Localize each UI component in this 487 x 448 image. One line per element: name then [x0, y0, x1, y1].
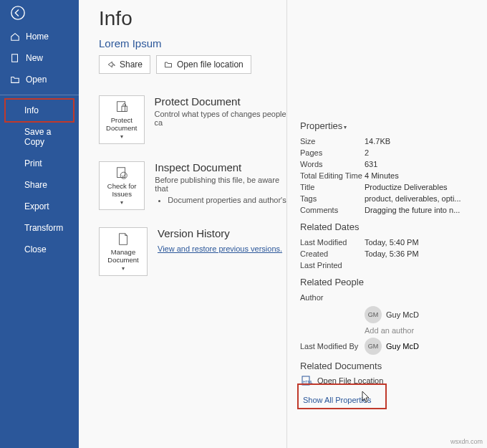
- home-icon: [10, 32, 20, 42]
- show-all-properties-link[interactable]: Show All Properties: [300, 394, 374, 406]
- watermark: wsxdn.com: [450, 438, 483, 445]
- author-key: Author: [300, 293, 365, 302]
- manage-document-tile[interactable]: Manage Document: [99, 227, 148, 276]
- protect-row: Protect Document Protect Document Contro…: [99, 95, 286, 144]
- prop-value[interactable]: Productize Deliverables: [365, 183, 466, 191]
- prop-value[interactable]: Dragging the future into n...: [365, 206, 466, 214]
- related-documents-heading: Related Documents: [300, 361, 466, 371]
- version-row: Manage Document Version History View and…: [99, 227, 286, 276]
- main-area: Info Lorem Ipsum Share Open file locatio…: [79, 0, 487, 448]
- prop-key: Tags: [300, 194, 365, 203]
- property-row: Size14.7KB: [300, 135, 466, 147]
- sidebar-item-label: Export: [24, 201, 49, 211]
- author-person[interactable]: GM Guy McD: [365, 306, 466, 323]
- date-value: Today, 5:36 PM: [365, 249, 466, 258]
- sidebar-item-transform[interactable]: Transform: [0, 217, 79, 239]
- inspect-caption: Check for Issues: [101, 183, 143, 198]
- sidebar-item-new[interactable]: New: [0, 47, 79, 69]
- avatar: GM: [365, 338, 382, 355]
- sidebar-item-save-copy[interactable]: Save a Copy: [0, 121, 79, 153]
- check-issues-tile[interactable]: Check for Issues: [99, 161, 145, 210]
- date-key: Last Modified: [300, 238, 365, 247]
- inspect-icon: [114, 166, 130, 181]
- prop-key: Comments: [300, 206, 365, 214]
- date-key: Created: [300, 249, 365, 258]
- prop-value[interactable]: 14.7KB: [365, 137, 466, 146]
- inspect-text: Inspect Document Before publishing this …: [155, 161, 286, 204]
- last-modified-by-row: Last Modified By GM Guy McD: [300, 338, 466, 355]
- html-file-icon: HTML: [302, 376, 313, 386]
- new-doc-icon: [10, 53, 20, 63]
- prop-value[interactable]: 631: [365, 160, 466, 168]
- sidebar-item-label: Print: [24, 158, 42, 168]
- prop-value[interactable]: product, deliverables, opti...: [365, 194, 466, 203]
- property-row: Words631: [300, 158, 466, 170]
- back-arrow-icon: [10, 5, 26, 21]
- related-dates-heading: Related Dates: [300, 221, 466, 232]
- page-title: Info: [99, 7, 286, 30]
- date-row: Last Printed: [300, 259, 466, 271]
- sidebar-item-print[interactable]: Print: [0, 153, 79, 174]
- svg-point-0: [11, 6, 24, 19]
- sidebar-item-home[interactable]: Home: [0, 26, 79, 47]
- folder-icon: [164, 60, 173, 69]
- inspect-title: Inspect Document: [155, 161, 286, 173]
- document-icon: [115, 232, 131, 247]
- sidebar-item-share[interactable]: Share: [0, 174, 79, 196]
- property-row: CommentsDragging the future into n...: [300, 204, 466, 216]
- inspect-desc: Before publishing this file, be aware th…: [155, 176, 286, 193]
- property-row: Total Editing Time4 Minutes: [300, 170, 466, 181]
- prop-key: Title: [300, 183, 365, 191]
- author-name: Guy McD: [386, 310, 419, 319]
- share-button[interactable]: Share: [99, 55, 150, 74]
- sidebar-divider: [0, 95, 79, 95]
- svg-rect-1: [12, 54, 18, 62]
- prop-value[interactable]: 2: [365, 148, 466, 157]
- sidebar-item-label: Share: [24, 180, 47, 190]
- date-row: Last ModifiedToday, 5:40 PM: [300, 237, 466, 248]
- version-title: Version History: [158, 227, 282, 239]
- sidebar-item-info[interactable]: Info: [0, 100, 79, 121]
- avatar: GM: [365, 306, 382, 323]
- property-row: Pages2: [300, 147, 466, 158]
- share-icon: [107, 60, 115, 69]
- date-row: CreatedToday, 5:36 PM: [300, 248, 466, 259]
- properties-heading[interactable]: Properties: [300, 120, 466, 131]
- prop-key: Pages: [300, 148, 365, 157]
- date-value: [365, 261, 466, 270]
- manage-caption: Manage Document: [101, 249, 145, 264]
- add-author-input[interactable]: Add an author: [365, 326, 466, 335]
- prop-key: Size: [300, 137, 365, 146]
- version-text: Version History View and restore previou…: [158, 227, 282, 254]
- lmby-key: Last Modified By: [300, 342, 365, 351]
- open-loc-label: Open file location: [177, 59, 244, 70]
- protect-desc: Control what types of changes people ca: [155, 110, 286, 127]
- sidebar-item-open[interactable]: Open: [0, 69, 79, 90]
- open-folder-icon: [10, 75, 20, 85]
- sidebar-item-label: Info: [24, 105, 39, 115]
- sidebar-item-close[interactable]: Close: [0, 239, 79, 260]
- header-buttons: Share Open file location: [99, 55, 286, 74]
- sidebar-item-label: Home: [26, 32, 49, 42]
- protect-text: Protect Document Control what types of c…: [155, 95, 286, 127]
- back-button[interactable]: [0, 0, 79, 26]
- svg-rect-3: [122, 106, 127, 111]
- author-row: Author: [300, 292, 466, 303]
- lmby-name: Guy McD: [386, 342, 419, 351]
- sidebar-item-label: Save a Copy: [24, 127, 69, 147]
- prop-value[interactable]: 4 Minutes: [365, 171, 466, 180]
- sidebar-item-export[interactable]: Export: [0, 196, 79, 217]
- sidebar-item-label: Close: [24, 244, 47, 254]
- protect-title: Protect Document: [155, 95, 286, 108]
- open-file-location-link[interactable]: HTML Open File Location: [302, 376, 466, 386]
- date-key: Last Printed: [300, 261, 365, 270]
- open-file-location-button[interactable]: Open file location: [156, 55, 251, 74]
- svg-text:HTML: HTML: [303, 380, 313, 384]
- property-row: Tagsproduct, deliverables, opti...: [300, 193, 466, 204]
- version-history-link[interactable]: View and restore previous versions.: [158, 244, 282, 253]
- inspect-bullet: Document properties and author's: [168, 196, 286, 204]
- backstage-sidebar: Home New Open Info Save a Copy Print Sha…: [0, 0, 79, 448]
- protect-document-tile[interactable]: Protect Document: [99, 95, 145, 144]
- property-row: TitleProductize Deliverables: [300, 181, 466, 193]
- properties-panel: Properties Size14.7KBPages2Words631Total…: [286, 0, 473, 448]
